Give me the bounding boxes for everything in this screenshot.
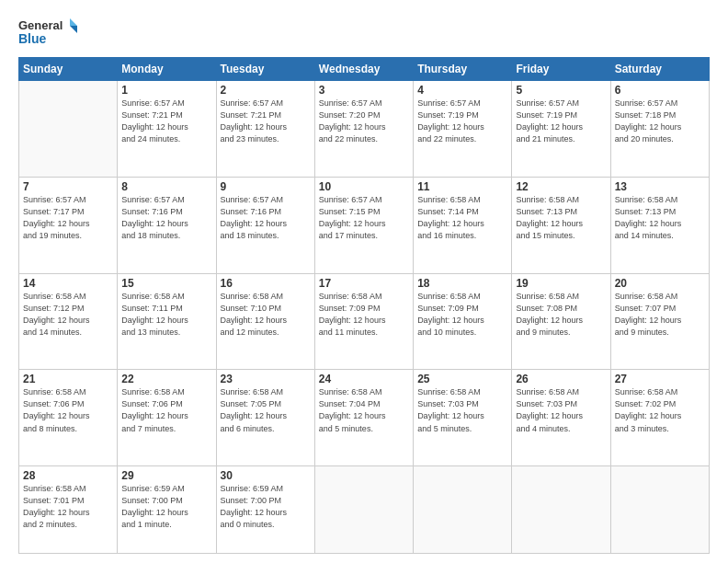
day-info: Sunrise: 6:58 AMSunset: 7:11 PMDaylight:… <box>121 291 211 339</box>
day-number: 2 <box>221 84 311 97</box>
calendar-cell: 13Sunrise: 6:58 AMSunset: 7:13 PMDayligh… <box>610 177 709 273</box>
header: General Blue <box>18 15 710 52</box>
day-number: 15 <box>121 277 211 290</box>
day-number: 25 <box>417 373 507 385</box>
calendar-cell: 7Sunrise: 6:57 AMSunset: 7:17 PMDaylight… <box>19 177 118 273</box>
calendar-cell <box>19 81 118 178</box>
svg-text:General: General <box>18 18 63 32</box>
day-number: 16 <box>221 277 311 290</box>
calendar-cell: 19Sunrise: 6:58 AMSunset: 7:08 PMDayligh… <box>512 273 610 370</box>
calendar-cell: 26Sunrise: 6:58 AMSunset: 7:03 PMDayligh… <box>512 370 610 466</box>
day-info: Sunrise: 6:58 AMSunset: 7:03 PMDaylight:… <box>417 386 507 434</box>
calendar-cell: 24Sunrise: 6:58 AMSunset: 7:04 PMDayligh… <box>314 370 413 466</box>
weekday-header-thursday: Thursday <box>414 58 512 81</box>
day-number: 27 <box>615 373 705 385</box>
week-row-4: 21Sunrise: 6:58 AMSunset: 7:06 PMDayligh… <box>19 370 710 466</box>
day-info: Sunrise: 6:57 AMSunset: 7:19 PMDaylight:… <box>516 98 606 145</box>
calendar-cell: 28Sunrise: 6:58 AMSunset: 7:01 PMDayligh… <box>19 466 118 554</box>
day-info: Sunrise: 6:58 AMSunset: 7:07 PMDaylight:… <box>615 291 705 339</box>
day-info: Sunrise: 6:59 AMSunset: 7:00 PMDaylight:… <box>121 483 211 531</box>
calendar-cell: 2Sunrise: 6:57 AMSunset: 7:21 PMDaylight… <box>216 81 314 178</box>
calendar-cell: 5Sunrise: 6:57 AMSunset: 7:19 PMDaylight… <box>512 81 610 178</box>
week-row-3: 14Sunrise: 6:58 AMSunset: 7:12 PMDayligh… <box>19 273 710 370</box>
day-info: Sunrise: 6:57 AMSunset: 7:20 PMDaylight:… <box>319 98 409 145</box>
day-number: 24 <box>319 373 409 385</box>
day-number: 20 <box>615 277 705 290</box>
calendar-cell: 4Sunrise: 6:57 AMSunset: 7:19 PMDaylight… <box>414 81 512 178</box>
day-info: Sunrise: 6:57 AMSunset: 7:18 PMDaylight:… <box>615 98 705 145</box>
calendar-cell <box>512 466 610 554</box>
day-info: Sunrise: 6:57 AMSunset: 7:19 PMDaylight:… <box>417 98 507 145</box>
day-number: 13 <box>615 180 705 193</box>
day-number: 18 <box>417 277 507 290</box>
week-row-1: 1Sunrise: 6:57 AMSunset: 7:21 PMDaylight… <box>19 81 710 178</box>
day-info: Sunrise: 6:58 AMSunset: 7:10 PMDaylight:… <box>221 291 311 339</box>
day-info: Sunrise: 6:58 AMSunset: 7:06 PMDaylight:… <box>23 386 113 434</box>
calendar-cell: 6Sunrise: 6:57 AMSunset: 7:18 PMDaylight… <box>610 81 709 178</box>
calendar-cell: 22Sunrise: 6:58 AMSunset: 7:06 PMDayligh… <box>118 370 216 466</box>
week-row-2: 7Sunrise: 6:57 AMSunset: 7:17 PMDaylight… <box>19 177 710 273</box>
day-info: Sunrise: 6:58 AMSunset: 7:04 PMDaylight:… <box>319 386 409 434</box>
calendar-cell: 3Sunrise: 6:57 AMSunset: 7:20 PMDaylight… <box>314 81 413 178</box>
weekday-header-wednesday: Wednesday <box>314 58 413 81</box>
calendar-table: SundayMondayTuesdayWednesdayThursdayFrid… <box>18 57 710 554</box>
calendar-cell: 21Sunrise: 6:58 AMSunset: 7:06 PMDayligh… <box>19 370 118 466</box>
calendar-cell: 30Sunrise: 6:59 AMSunset: 7:00 PMDayligh… <box>216 466 314 554</box>
day-info: Sunrise: 6:58 AMSunset: 7:08 PMDaylight:… <box>516 291 606 339</box>
calendar-cell: 25Sunrise: 6:58 AMSunset: 7:03 PMDayligh… <box>414 370 512 466</box>
day-info: Sunrise: 6:58 AMSunset: 7:13 PMDaylight:… <box>615 194 705 242</box>
weekday-header-monday: Monday <box>118 58 216 81</box>
day-number: 22 <box>121 373 211 385</box>
day-number: 6 <box>615 84 705 97</box>
day-info: Sunrise: 6:58 AMSunset: 7:14 PMDaylight:… <box>417 194 507 242</box>
svg-text:Blue: Blue <box>18 31 47 46</box>
day-number: 19 <box>516 277 606 290</box>
day-number: 12 <box>516 180 606 193</box>
day-info: Sunrise: 6:57 AMSunset: 7:15 PMDaylight:… <box>319 194 409 242</box>
day-info: Sunrise: 6:58 AMSunset: 7:13 PMDaylight:… <box>516 194 606 242</box>
calendar-cell: 11Sunrise: 6:58 AMSunset: 7:14 PMDayligh… <box>414 177 512 273</box>
calendar-cell <box>414 466 512 554</box>
generalblue-logo: General Blue <box>18 15 81 52</box>
day-number: 14 <box>23 277 113 290</box>
day-number: 29 <box>121 469 211 482</box>
day-info: Sunrise: 6:58 AMSunset: 7:12 PMDaylight:… <box>23 291 113 339</box>
calendar-cell <box>314 466 413 554</box>
calendar-cell: 12Sunrise: 6:58 AMSunset: 7:13 PMDayligh… <box>512 177 610 273</box>
calendar-cell: 15Sunrise: 6:58 AMSunset: 7:11 PMDayligh… <box>118 273 216 370</box>
weekday-header-friday: Friday <box>512 58 610 81</box>
day-number: 5 <box>516 84 606 97</box>
calendar-cell: 1Sunrise: 6:57 AMSunset: 7:21 PMDaylight… <box>118 81 216 178</box>
day-number: 17 <box>319 277 409 290</box>
calendar-cell: 14Sunrise: 6:58 AMSunset: 7:12 PMDayligh… <box>19 273 118 370</box>
calendar-cell: 20Sunrise: 6:58 AMSunset: 7:07 PMDayligh… <box>610 273 709 370</box>
day-number: 26 <box>516 373 606 385</box>
calendar-cell: 16Sunrise: 6:58 AMSunset: 7:10 PMDayligh… <box>216 273 314 370</box>
day-info: Sunrise: 6:57 AMSunset: 7:21 PMDaylight:… <box>121 98 211 145</box>
day-info: Sunrise: 6:58 AMSunset: 7:06 PMDaylight:… <box>121 386 211 434</box>
logo: General Blue <box>18 15 81 52</box>
calendar-cell: 10Sunrise: 6:57 AMSunset: 7:15 PMDayligh… <box>314 177 413 273</box>
day-info: Sunrise: 6:58 AMSunset: 7:09 PMDaylight:… <box>417 291 507 339</box>
weekday-header-sunday: Sunday <box>19 58 118 81</box>
calendar-cell <box>610 466 709 554</box>
day-number: 9 <box>221 180 311 193</box>
calendar-cell: 8Sunrise: 6:57 AMSunset: 7:16 PMDaylight… <box>118 177 216 273</box>
day-info: Sunrise: 6:57 AMSunset: 7:16 PMDaylight:… <box>121 194 211 242</box>
weekday-header-tuesday: Tuesday <box>216 58 314 81</box>
day-number: 10 <box>319 180 409 193</box>
calendar-cell: 17Sunrise: 6:58 AMSunset: 7:09 PMDayligh… <box>314 273 413 370</box>
day-number: 1 <box>121 84 211 97</box>
day-number: 30 <box>221 469 311 482</box>
day-number: 7 <box>23 180 113 193</box>
day-number: 3 <box>319 84 409 97</box>
weekday-header-row: SundayMondayTuesdayWednesdayThursdayFrid… <box>19 58 710 81</box>
day-number: 11 <box>417 180 507 193</box>
day-number: 28 <box>23 469 113 482</box>
day-number: 23 <box>221 373 311 385</box>
day-info: Sunrise: 6:58 AMSunset: 7:01 PMDaylight:… <box>23 483 113 531</box>
page: General Blue SundayMondayTuesdayWednesda… <box>0 0 728 563</box>
calendar-cell: 18Sunrise: 6:58 AMSunset: 7:09 PMDayligh… <box>414 273 512 370</box>
week-row-5: 28Sunrise: 6:58 AMSunset: 7:01 PMDayligh… <box>19 466 710 554</box>
svg-marker-3 <box>70 26 77 33</box>
